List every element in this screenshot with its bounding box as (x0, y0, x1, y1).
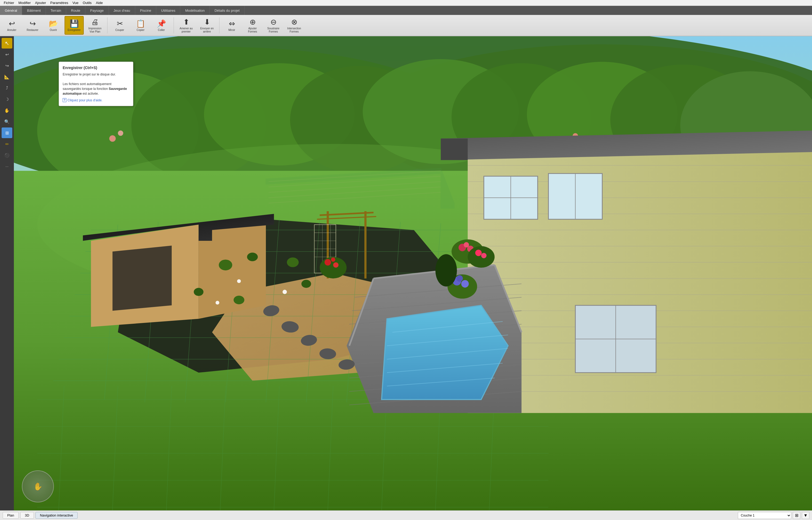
copier-label: Copier (136, 29, 144, 32)
intersect-shapes-icon: ⊗ (291, 18, 297, 26)
menu-modifier[interactable]: Modifier (16, 0, 33, 5)
viewport[interactable]: Enregistrer (Ctrl+S) Enregistrer le proj… (14, 36, 812, 511)
svg-point-133 (234, 296, 244, 304)
tooltip-link-text[interactable]: Cliquez pour plus d'aide. (68, 98, 102, 102)
copier-button[interactable]: 📋 Copier (131, 16, 150, 35)
nav-interactive-button[interactable]: Navigation interactive (35, 512, 78, 519)
layer-icon-button-2[interactable]: ▼ (802, 512, 809, 519)
circle-tool[interactable]: ⚫ (2, 150, 12, 160)
print-icon: 🖨 (91, 18, 99, 26)
tooltip-line2-part2: est activée. (82, 92, 99, 96)
layer-icon-button-1[interactable]: ⊞ (793, 512, 800, 519)
redo-icon: ↪ (30, 19, 36, 28)
more-tool[interactable]: ··· (2, 161, 12, 172)
restaurer-label: Restaurer (27, 29, 38, 32)
miroir-button[interactable]: ⇔ Miroir (222, 16, 241, 35)
enregistrer-label: Enregistrer (68, 29, 81, 32)
envoyer-label: Envoyer en arrière (199, 27, 215, 33)
zoom-tool[interactable]: 🔍 (2, 116, 12, 127)
svg-marker-56 (112, 245, 172, 311)
intersection-formes-label: Intersection Formes (286, 27, 303, 33)
restaurer-button[interactable]: ↪ Restaurer (23, 16, 42, 35)
arc-tool[interactable]: ⤴ (2, 83, 12, 93)
annuler-label: Annuler (7, 29, 16, 32)
pan-tool[interactable]: ✋ (2, 105, 12, 116)
select-tool[interactable]: ↖ (2, 38, 12, 49)
toolbar: ↩ Annuler ↪ Restaurer 📂 Ouvrir 💾 Enregis… (0, 15, 812, 36)
tab-batiment[interactable]: Bâtiment (22, 6, 46, 15)
intersection-formes-button[interactable]: ⊗ Intersection Formes (285, 16, 304, 35)
tab-bar: Général Bâtiment Terrain Route Paysage J… (0, 6, 812, 15)
redo-tool[interactable]: ↪ (2, 60, 12, 71)
svg-point-129 (219, 260, 232, 270)
tooltip-popup: Enregistrer (Ctrl+S) Enregistrer le proj… (59, 61, 133, 106)
impression-button[interactable]: 🖨 Impression Vue Plan (85, 16, 105, 35)
couper-button[interactable]: ✂ Couper (110, 16, 129, 35)
tooltip-line1: Enregistrer le projet sur le disque dur. (63, 72, 129, 77)
svg-point-117 (331, 257, 335, 262)
measure-tool[interactable]: 📐 (2, 72, 12, 82)
svg-point-127 (461, 280, 469, 287)
tab-details[interactable]: Détails du projet (210, 6, 244, 15)
mirror-icon: ⇔ (229, 19, 235, 28)
view3d-button[interactable]: 3D (20, 512, 34, 519)
menu-ajouter[interactable]: Ajouter (33, 0, 48, 5)
left-panel: ↖ ↩ ↪ 📐 ⤴ ☽ ✋ 🔍 ⊞ ✏ ⚫ ··· (0, 36, 14, 511)
menu-fichier[interactable]: Fichier (2, 0, 16, 5)
navigation-compass[interactable]: ✋ (22, 470, 54, 502)
svg-point-130 (247, 253, 258, 261)
curve-tool[interactable]: ☽ (2, 94, 12, 105)
svg-point-121 (464, 242, 469, 248)
soustraire-formes-button[interactable]: ⊖ Soustraire Formes (264, 16, 283, 35)
help-icon: ? (63, 98, 67, 102)
annuler-button[interactable]: ↩ Annuler (2, 16, 21, 35)
tab-general[interactable]: Général (0, 6, 22, 15)
tab-utilitaires[interactable]: Utilitaires (156, 6, 180, 15)
plan-button[interactable]: Plan (3, 512, 19, 519)
draw-tool[interactable]: ✏ (2, 139, 12, 149)
layer-select[interactable]: Couche 1 (738, 512, 791, 519)
svg-point-124 (481, 253, 487, 258)
tab-paysage[interactable]: Paysage (85, 6, 109, 15)
svg-point-136 (237, 279, 241, 283)
main-area: ↖ ↩ ↪ 📐 ⤴ ☽ ✋ 🔍 ⊞ ✏ ⚫ ··· (0, 36, 812, 511)
tab-jeux-deau[interactable]: Jeux d'eau (109, 6, 135, 15)
svg-marker-59 (441, 138, 468, 160)
envoyer-button[interactable]: ⬇ Envoyer en arrière (197, 16, 216, 35)
separator-3 (219, 17, 219, 33)
tab-route[interactable]: Route (66, 6, 85, 15)
menu-vue[interactable]: Vue (71, 0, 81, 5)
ouvrir-label: Ouvrir (50, 29, 57, 32)
svg-point-131 (287, 257, 299, 267)
menu-outils[interactable]: Outils (81, 0, 94, 5)
grid-tool[interactable]: ⊞ (2, 127, 12, 138)
bring-front-icon: ⬆ (183, 18, 189, 26)
cut-icon: ✂ (117, 19, 123, 28)
coller-button[interactable]: 📌 Coller (152, 16, 171, 35)
svg-point-132 (194, 288, 204, 296)
ouvrir-button[interactable]: 📂 Ouvrir (44, 16, 63, 35)
tab-modelisation[interactable]: Modélisation (180, 6, 210, 15)
layers-icon: ⊞ (795, 513, 798, 518)
ajouter-formes-button[interactable]: ⊕ Ajouter Formes (243, 16, 262, 35)
tab-piscine[interactable]: Piscine (135, 6, 156, 15)
subtract-shapes-icon: ⊖ (270, 18, 277, 26)
add-shapes-icon: ⊕ (250, 18, 256, 26)
menu-parametres[interactable]: Paramètres (48, 0, 70, 5)
paste-icon: 📌 (157, 19, 166, 28)
compass-hand-icon: ✋ (33, 482, 43, 491)
tab-terrain[interactable]: Terrain (46, 6, 67, 15)
tooltip-title: Enregistrer (Ctrl+S) (63, 66, 129, 70)
enregistrer-button[interactable]: 💾 Enregistrer (64, 16, 84, 35)
svg-point-14 (118, 130, 123, 136)
amener-button[interactable]: ⬆ Amener au premier (177, 16, 196, 35)
impression-label: Impression Vue Plan (86, 27, 103, 33)
open-icon: 📂 (49, 19, 58, 28)
tooltip-line2-part1: Les fichiers sont automatiquement sauveg… (63, 82, 111, 91)
miroir-label: Miroir (229, 29, 235, 32)
menu-aide[interactable]: Aide (94, 0, 105, 5)
tooltip-help-link[interactable]: ? Cliquez pour plus d'aide. (63, 98, 129, 102)
svg-point-128 (456, 275, 463, 282)
undo-tool[interactable]: ↩ (2, 49, 12, 60)
menu-bar: Fichier Modifier Ajouter Paramètres Vue … (0, 0, 812, 6)
